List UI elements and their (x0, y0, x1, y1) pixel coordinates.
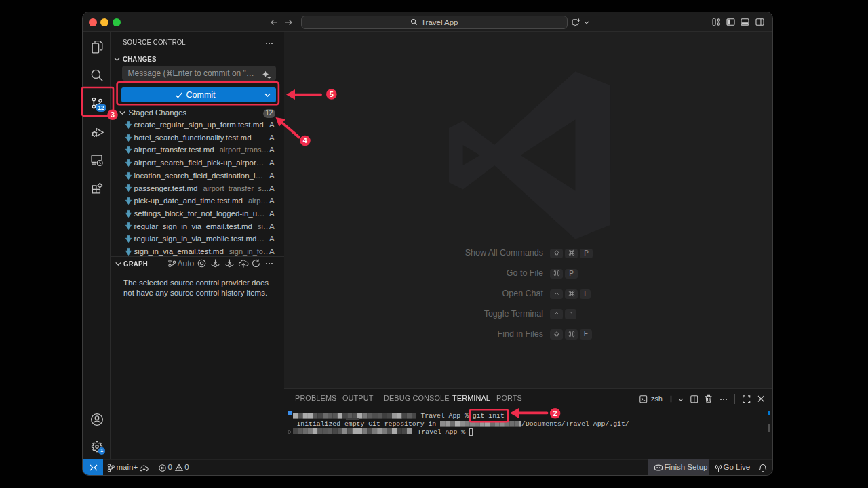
svg-text:2: 2 (553, 409, 557, 418)
svg-text:3: 3 (111, 110, 115, 119)
svg-text:5: 5 (330, 90, 334, 98)
svg-text:4: 4 (303, 136, 308, 144)
